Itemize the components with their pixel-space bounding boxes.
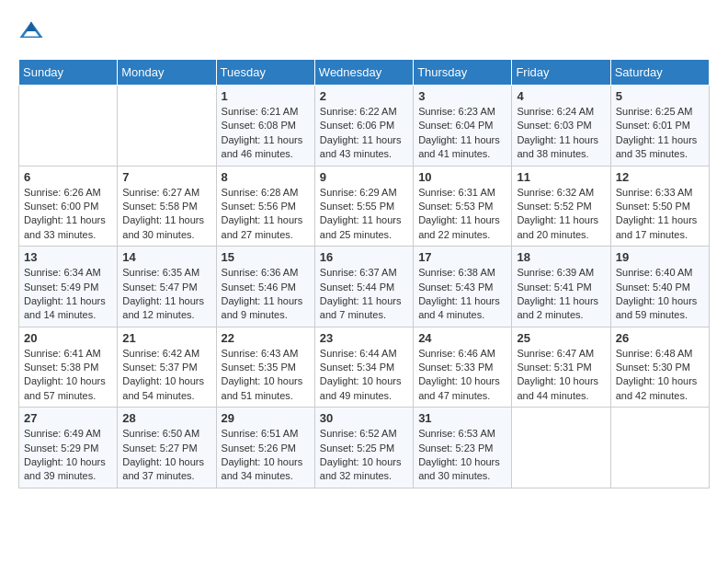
weekday-header: Wednesday <box>314 60 413 86</box>
calendar-cell: 11Sunrise: 6:32 AMSunset: 5:52 PMDayligh… <box>512 166 610 247</box>
day-info: Sunrise: 6:50 AMSunset: 5:27 PMDaylight:… <box>122 427 210 484</box>
calendar-cell: 23Sunrise: 6:44 AMSunset: 5:34 PMDayligh… <box>314 327 413 408</box>
calendar-cell: 16Sunrise: 6:37 AMSunset: 5:44 PMDayligh… <box>314 247 413 327</box>
day-info: Sunrise: 6:34 AMSunset: 5:49 PMDaylight:… <box>24 266 112 323</box>
calendar-cell: 29Sunrise: 6:51 AMSunset: 5:26 PMDayligh… <box>216 408 314 488</box>
day-info: Sunrise: 6:33 AMSunset: 5:50 PMDaylight:… <box>616 186 704 243</box>
calendar-cell: 31Sunrise: 6:53 AMSunset: 5:23 PMDayligh… <box>414 408 512 488</box>
day-info: Sunrise: 6:22 AMSunset: 6:06 PMDaylight:… <box>320 105 408 162</box>
day-number: 14 <box>122 250 210 264</box>
weekday-header: Friday <box>512 60 610 86</box>
day-number: 31 <box>418 411 506 425</box>
day-info: Sunrise: 6:26 AMSunset: 6:00 PMDaylight:… <box>24 186 112 243</box>
day-number: 18 <box>517 250 605 264</box>
calendar-cell: 19Sunrise: 6:40 AMSunset: 5:40 PMDayligh… <box>610 247 709 327</box>
day-number: 9 <box>320 170 408 184</box>
calendar-cell: 4Sunrise: 6:24 AMSunset: 6:03 PMDaylight… <box>512 86 610 167</box>
page-header <box>18 18 710 44</box>
day-number: 27 <box>24 411 112 425</box>
day-info: Sunrise: 6:41 AMSunset: 5:38 PMDaylight:… <box>24 347 112 404</box>
day-number: 30 <box>320 411 408 425</box>
calendar-week-row: 1Sunrise: 6:21 AMSunset: 6:08 PMDaylight… <box>19 86 710 167</box>
day-info: Sunrise: 6:44 AMSunset: 5:34 PMDaylight:… <box>320 347 408 404</box>
day-number: 12 <box>616 170 704 184</box>
day-info: Sunrise: 6:32 AMSunset: 5:52 PMDaylight:… <box>517 186 605 243</box>
calendar-cell: 18Sunrise: 6:39 AMSunset: 5:41 PMDayligh… <box>512 247 610 327</box>
day-info: Sunrise: 6:42 AMSunset: 5:37 PMDaylight:… <box>122 347 210 404</box>
day-number: 8 <box>222 170 310 184</box>
day-info: Sunrise: 6:53 AMSunset: 5:23 PMDaylight:… <box>418 427 506 484</box>
calendar-cell: 12Sunrise: 6:33 AMSunset: 5:50 PMDayligh… <box>610 166 709 247</box>
calendar-week-row: 6Sunrise: 6:26 AMSunset: 6:00 PMDaylight… <box>19 166 710 247</box>
day-number: 28 <box>122 411 210 425</box>
calendar-table: SundayMondayTuesdayWednesdayThursdayFrid… <box>18 59 710 488</box>
day-info: Sunrise: 6:46 AMSunset: 5:33 PMDaylight:… <box>418 347 506 404</box>
day-info: Sunrise: 6:47 AMSunset: 5:31 PMDaylight:… <box>517 347 605 404</box>
day-info: Sunrise: 6:49 AMSunset: 5:29 PMDaylight:… <box>24 427 112 484</box>
calendar-cell: 2Sunrise: 6:22 AMSunset: 6:06 PMDaylight… <box>314 86 413 167</box>
day-number: 17 <box>418 250 506 264</box>
day-info: Sunrise: 6:43 AMSunset: 5:35 PMDaylight:… <box>222 347 310 404</box>
day-number: 13 <box>24 250 112 264</box>
calendar-cell: 17Sunrise: 6:38 AMSunset: 5:43 PMDayligh… <box>414 247 512 327</box>
logo-icon <box>18 18 44 44</box>
day-number: 23 <box>320 331 408 345</box>
calendar-cell: 13Sunrise: 6:34 AMSunset: 5:49 PMDayligh… <box>19 247 118 327</box>
calendar-cell <box>512 408 610 488</box>
day-number: 15 <box>222 250 310 264</box>
day-number: 25 <box>517 331 605 345</box>
day-number: 16 <box>320 250 408 264</box>
day-number: 19 <box>616 250 704 264</box>
calendar-week-row: 27Sunrise: 6:49 AMSunset: 5:29 PMDayligh… <box>19 408 710 488</box>
day-number: 26 <box>616 331 704 345</box>
day-number: 24 <box>418 331 506 345</box>
day-info: Sunrise: 6:25 AMSunset: 6:01 PMDaylight:… <box>616 105 704 162</box>
calendar-cell: 3Sunrise: 6:23 AMSunset: 6:04 PMDaylight… <box>414 86 512 167</box>
calendar-cell <box>610 408 709 488</box>
day-info: Sunrise: 6:31 AMSunset: 5:53 PMDaylight:… <box>418 186 506 243</box>
day-info: Sunrise: 6:21 AMSunset: 6:08 PMDaylight:… <box>222 105 310 162</box>
calendar-cell: 21Sunrise: 6:42 AMSunset: 5:37 PMDayligh… <box>118 327 216 408</box>
day-info: Sunrise: 6:28 AMSunset: 5:56 PMDaylight:… <box>222 186 310 243</box>
calendar-cell: 10Sunrise: 6:31 AMSunset: 5:53 PMDayligh… <box>414 166 512 247</box>
weekday-header: Tuesday <box>216 60 314 86</box>
weekday-header: Thursday <box>414 60 512 86</box>
day-number: 5 <box>616 89 704 103</box>
day-number: 22 <box>222 331 310 345</box>
calendar-cell <box>19 86 118 167</box>
calendar-cell: 6Sunrise: 6:26 AMSunset: 6:00 PMDaylight… <box>19 166 118 247</box>
day-info: Sunrise: 6:23 AMSunset: 6:04 PMDaylight:… <box>418 105 506 162</box>
day-number: 4 <box>517 89 605 103</box>
day-number: 21 <box>122 331 210 345</box>
day-info: Sunrise: 6:40 AMSunset: 5:40 PMDaylight:… <box>616 266 704 323</box>
calendar-cell: 22Sunrise: 6:43 AMSunset: 5:35 PMDayligh… <box>216 327 314 408</box>
day-number: 2 <box>320 89 408 103</box>
calendar-cell: 1Sunrise: 6:21 AMSunset: 6:08 PMDaylight… <box>216 86 314 167</box>
day-info: Sunrise: 6:39 AMSunset: 5:41 PMDaylight:… <box>517 266 605 323</box>
day-info: Sunrise: 6:48 AMSunset: 5:30 PMDaylight:… <box>616 347 704 404</box>
day-number: 6 <box>24 170 112 184</box>
day-number: 7 <box>122 170 210 184</box>
calendar-cell: 26Sunrise: 6:48 AMSunset: 5:30 PMDayligh… <box>610 327 709 408</box>
calendar-cell: 25Sunrise: 6:47 AMSunset: 5:31 PMDayligh… <box>512 327 610 408</box>
weekday-header: Monday <box>118 60 216 86</box>
day-info: Sunrise: 6:37 AMSunset: 5:44 PMDaylight:… <box>320 266 408 323</box>
svg-marker-2 <box>26 22 36 32</box>
calendar-cell: 30Sunrise: 6:52 AMSunset: 5:25 PMDayligh… <box>314 408 413 488</box>
calendar-week-row: 13Sunrise: 6:34 AMSunset: 5:49 PMDayligh… <box>19 247 710 327</box>
day-number: 20 <box>24 331 112 345</box>
calendar-cell: 24Sunrise: 6:46 AMSunset: 5:33 PMDayligh… <box>414 327 512 408</box>
logo <box>18 18 48 44</box>
day-number: 11 <box>517 170 605 184</box>
calendar-cell: 27Sunrise: 6:49 AMSunset: 5:29 PMDayligh… <box>19 408 118 488</box>
day-info: Sunrise: 6:36 AMSunset: 5:46 PMDaylight:… <box>222 266 310 323</box>
day-info: Sunrise: 6:51 AMSunset: 5:26 PMDaylight:… <box>222 427 310 484</box>
calendar-cell: 7Sunrise: 6:27 AMSunset: 5:58 PMDaylight… <box>118 166 216 247</box>
calendar-cell: 15Sunrise: 6:36 AMSunset: 5:46 PMDayligh… <box>216 247 314 327</box>
day-info: Sunrise: 6:52 AMSunset: 5:25 PMDaylight:… <box>320 427 408 484</box>
day-info: Sunrise: 6:24 AMSunset: 6:03 PMDaylight:… <box>517 105 605 162</box>
day-number: 10 <box>418 170 506 184</box>
calendar-cell: 8Sunrise: 6:28 AMSunset: 5:56 PMDaylight… <box>216 166 314 247</box>
day-info: Sunrise: 6:27 AMSunset: 5:58 PMDaylight:… <box>122 186 210 243</box>
weekday-header: Sunday <box>19 60 118 86</box>
